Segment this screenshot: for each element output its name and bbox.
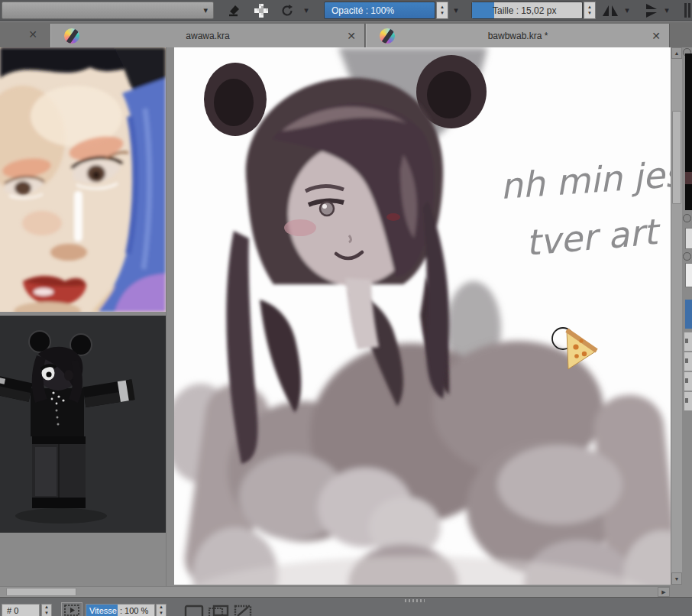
docker-dark-panel — [685, 53, 692, 210]
eraser-icon — [227, 3, 242, 18]
opacity-label: Opacité : 100% — [331, 5, 394, 16]
docker-list-item[interactable] — [684, 332, 692, 352]
brush-preset-combobox[interactable]: ▾ — [2, 2, 214, 19]
frame-rect-icon — [184, 605, 204, 616]
canvas-viewport[interactable]: nh min jes tver art — [174, 47, 671, 585]
docker-input-partial[interactable] — [685, 228, 692, 249]
krita-window: ▾ — [0, 0, 692, 616]
docker-list-item[interactable] — [684, 391, 692, 411]
spin-up-icon: ▲ — [159, 605, 163, 611]
frame-number-spinner[interactable]: ▲ ▼ — [41, 604, 52, 616]
brush-size-fill — [472, 2, 494, 18]
animation-statusbar: # 0 ▲ ▼ Vitesse : 100 % ▲ ▼ — [0, 597, 692, 616]
mirror-horizontal-button[interactable] — [600, 2, 620, 19]
mirror-vertical-icon — [643, 4, 660, 18]
opacity-slider[interactable]: Opacité : 100% — [324, 2, 435, 19]
frames-overlap-icon — [208, 605, 229, 616]
tab-title: awawa.kra — [74, 31, 341, 41]
spin-up-icon: ▲ — [587, 5, 592, 11]
dock-splitter[interactable] — [166, 47, 174, 586]
onion-skin-button[interactable] — [183, 605, 205, 616]
document-tabbar: ✕ awawa.kra ✕ bawbwab.kra * ✕ — [0, 21, 692, 47]
spin-down-icon: ▼ — [159, 611, 163, 616]
horizontal-scrollbar[interactable]: ▶ — [0, 586, 670, 597]
spin-up-icon: ▲ — [440, 5, 445, 11]
playback-options-button[interactable] — [61, 602, 82, 616]
close-subwindow-button[interactable]: ✕ — [26, 29, 40, 40]
mirror-vertical-button[interactable] — [642, 2, 661, 19]
brush-size-slider[interactable]: Taille : 15,02 px — [471, 2, 583, 19]
playback-speed-field[interactable]: Vitesse : 100 % — [86, 604, 155, 616]
docker-list-item[interactable] — [684, 371, 692, 391]
speed-selected-text: Vitesse — [86, 605, 118, 616]
spin-up-icon: ▲ — [44, 605, 49, 611]
close-tab-icon[interactable]: ✕ — [347, 31, 356, 41]
docker-icon-partial — [683, 214, 691, 222]
vertical-scrollbar[interactable]: ▲ ▼ — [671, 47, 682, 585]
scrollbar-corner — [670, 585, 683, 597]
opacity-spinner[interactable]: ▲ ▼ — [436, 2, 448, 19]
preserve-alpha-button[interactable] — [250, 1, 273, 20]
delete-frame-button[interactable] — [232, 605, 254, 616]
spin-down-icon: ▼ — [44, 611, 49, 616]
tab-bawbwab[interactable]: bawbwab.kra * ✕ — [366, 24, 670, 48]
reference-roblox-image[interactable] — [0, 316, 166, 533]
opacity-dropdown-caret[interactable]: ▾ — [451, 5, 461, 15]
docker-color-swatch — [685, 172, 692, 184]
film-play-icon — [64, 605, 79, 616]
mirror-horizontal-icon — [602, 5, 619, 17]
tab-awawa[interactable]: awawa.kra ✕ — [50, 24, 365, 48]
speed-spinner[interactable]: ▲ ▼ — [156, 604, 167, 616]
tab-title: bawbwab.kra * — [390, 31, 646, 41]
frame-number-field[interactable]: # 0 — [2, 604, 40, 616]
duplicate-frame-button[interactable] — [208, 605, 229, 616]
reload-preset-button[interactable] — [276, 1, 299, 20]
brush-size-label: Taille : 15,02 px — [493, 5, 556, 16]
close-tab-icon[interactable]: ✕ — [652, 31, 661, 41]
spin-down-icon: ▼ — [587, 11, 592, 17]
mirror-vertical-caret[interactable]: ▾ — [661, 5, 672, 15]
mirror-horizontal-caret[interactable]: ▾ — [622, 5, 632, 15]
scroll-down-button[interactable]: ▼ — [671, 572, 682, 585]
speed-rest-text: : 100 % — [118, 606, 148, 615]
docker-list-item[interactable] — [684, 352, 692, 371]
docker-header-partial — [685, 300, 692, 329]
eraser-mode-button[interactable] — [223, 1, 246, 20]
horizontal-scrollbar-thumb[interactable] — [6, 588, 76, 596]
reference-dock — [0, 47, 166, 586]
chevron-down-icon: ▾ — [203, 5, 208, 15]
brush-options-toolbar: ▾ — [0, 0, 692, 21]
spin-down-icon: ▼ — [440, 11, 445, 17]
toolbar-cut-off-button[interactable] — [684, 3, 692, 18]
reload-icon — [280, 3, 295, 18]
reload-dropdown-caret[interactable]: ▾ — [301, 5, 312, 15]
statusbar-grip[interactable] — [405, 599, 425, 602]
brush-size-spinner[interactable]: ▲ ▼ — [584, 2, 596, 19]
vertical-scrollbar-thumb[interactable] — [672, 111, 681, 204]
canvas-painting: nh min jes tver art — [174, 47, 671, 585]
docker-icon-partial — [683, 252, 691, 261]
docker-button-partial[interactable] — [685, 263, 692, 287]
reference-portrait-image[interactable] — [0, 47, 166, 312]
scroll-right-button[interactable]: ▶ — [658, 587, 670, 597]
frame-slash-icon — [234, 605, 252, 616]
alpha-checkerboard-icon — [254, 3, 269, 18]
right-docker-sliver — [682, 47, 692, 616]
scroll-up-button[interactable]: ▲ — [671, 47, 682, 59]
